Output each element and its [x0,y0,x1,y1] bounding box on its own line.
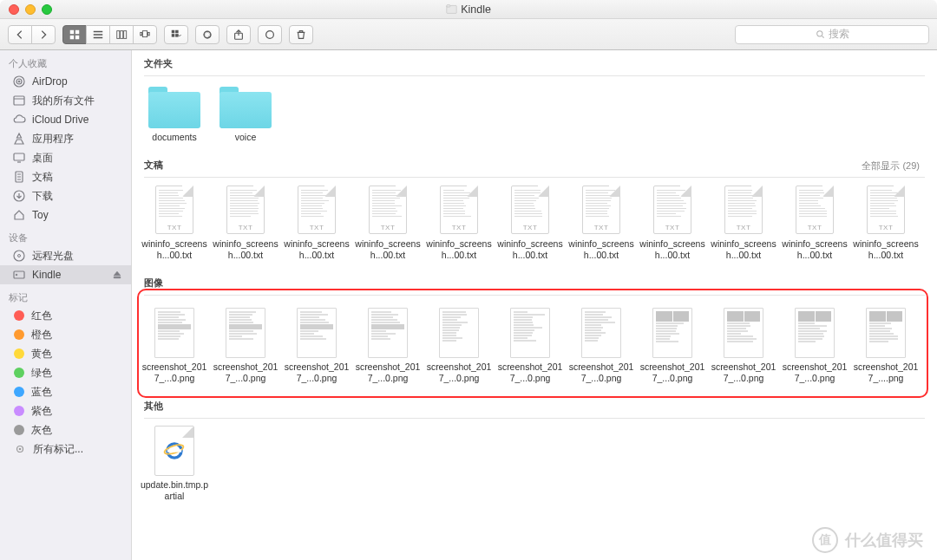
sidebar-tag[interactable]: 灰色 [0,420,131,440]
apps-icon [12,132,26,146]
file-item[interactable]: screenshot_2017_...0.png [139,308,210,384]
forward-button[interactable] [31,25,56,44]
file-label: screenshot_2017_...0.png [638,361,707,384]
file-item[interactable]: TXTwininfo_screensh...00.txt [281,185,352,261]
file-item[interactable]: TXTwininfo_screensh...00.txt [637,185,708,261]
folder-item[interactable]: voice [210,83,281,143]
sidebar-item-fav[interactable]: 桌面 [0,148,131,167]
file-label: wininfo_screensh...00.txt [567,238,636,261]
sidebar-item-fav[interactable]: 下载 [0,186,131,205]
file-item[interactable]: TXTwininfo_screensh...00.txt [850,185,921,261]
file-item[interactable]: TXTwininfo_screensh...00.txt [708,185,779,261]
svg-point-32 [19,448,22,451]
txt-file-icon: TXT [724,185,763,235]
svg-rect-15 [175,34,179,37]
folder-icon [217,87,274,128]
file-label: screenshot_2017_...0.png [211,361,280,384]
txt-file-icon: TXT [652,185,692,235]
file-item[interactable]: TXTwininfo_screensh...00.txt [210,185,281,261]
sidebar-tag[interactable]: 橙色 [0,325,131,344]
svg-rect-8 [124,30,127,38]
file-item[interactable]: screenshot_2017_...0.png [495,308,566,384]
file-label: wininfo_screensh...00.txt [638,238,707,261]
txt-file-icon: TXT [154,185,194,235]
file-label: wininfo_screensh...00.txt [353,238,423,261]
svg-rect-7 [121,30,123,38]
gallery-view-button[interactable] [133,25,157,44]
file-label: screenshot_2017_....png [851,361,921,384]
png-file-icon [226,308,265,358]
file-item[interactable]: screenshot_2017_...0.png [637,308,708,384]
section-folders-title: 文件夹 [132,50,937,75]
sidebar-item-fav[interactable]: 文稿 [0,167,131,186]
file-item[interactable]: screenshot_2017_...0.png [708,308,779,384]
sidebar-tag[interactable]: 蓝色 [0,382,131,401]
sidebar-item-fav[interactable]: iCloud Drive [0,110,131,129]
content-area[interactable]: 文件夹 documentsvoice 文稿 全部显示 (29) TXTwinin… [132,50,937,560]
delete-button[interactable] [289,25,313,44]
sidebar-item-fav[interactable]: AirDrop [0,72,131,91]
sidebar-item-fav[interactable]: Toy [0,205,131,225]
file-item[interactable]: TXTwininfo_screensh...00.txt [779,185,850,261]
svg-rect-3 [75,29,79,33]
show-all-docs[interactable]: 全部显示 (29) [862,160,937,173]
sidebar-item-dev[interactable]: Kindle [0,265,131,284]
sidebar-item-fav[interactable]: 应用程序 [0,129,131,148]
file-label: screenshot_2017_...0.png [709,361,778,384]
svg-rect-9 [142,30,147,36]
sidebar-all-tags[interactable]: 所有标记... [0,440,131,459]
column-view-button[interactable] [109,25,134,44]
file-item[interactable]: update.bin.tmp.partial [139,426,210,502]
txt-file-icon: TXT [795,185,835,235]
png-file-icon [724,308,763,358]
file-item[interactable]: screenshot_2017_...0.png [352,308,423,384]
sidebar-item-dev[interactable]: 远程光盘 [0,246,131,265]
file-item[interactable]: screenshot_2017_...0.png [566,308,637,384]
png-file-icon [154,308,194,358]
tag-dot-icon [14,348,24,359]
file-item[interactable]: screenshot_2017_...0.png [423,308,495,384]
folder-item[interactable]: documents [139,83,210,143]
arrange-button[interactable] [164,25,188,44]
svg-rect-35 [167,449,181,452]
sidebar-tag[interactable]: 绿色 [0,363,131,382]
tags-button[interactable] [258,25,282,44]
section-other-title: 其他 [132,393,937,418]
file-item[interactable]: screenshot_2017_...0.png [281,308,352,384]
list-view-button[interactable] [86,25,110,44]
svg-rect-10 [141,32,142,36]
file-label: screenshot_2017_...0.png [495,361,565,384]
png-file-icon [297,308,337,358]
sidebar-item-fav[interactable]: 我的所有文件 [0,91,131,110]
file-item[interactable]: TXTwininfo_screensh...00.txt [352,185,423,261]
downloads-icon [12,189,26,203]
sidebar-tag[interactable]: 紫色 [0,401,131,420]
sidebar-tag[interactable]: 黄色 [0,344,131,363]
file-item[interactable]: TXTwininfo_screensh...00.txt [139,185,210,261]
file-item[interactable]: screenshot_2017_....png [850,308,921,384]
titlebar: Kindle [0,0,937,19]
nav-buttons [8,25,56,44]
file-item[interactable]: TXTwininfo_screensh...00.txt [566,185,637,261]
action-button[interactable] [195,25,220,44]
file-label: screenshot_2017_...0.png [780,361,849,384]
svg-rect-23 [14,96,24,105]
documents-icon [12,170,26,184]
back-button[interactable] [8,25,32,44]
share-button[interactable] [226,25,251,44]
file-item[interactable]: screenshot_2017_...0.png [210,308,281,384]
file-item[interactable]: screenshot_2017_...0.png [779,308,850,384]
icon-view-button[interactable] [62,25,87,44]
file-item[interactable]: TXTwininfo_screensh...00.txt [423,185,495,261]
sidebar-tag[interactable]: 红色 [0,306,131,325]
airdrop-icon [12,75,26,88]
tag-dot-icon [14,310,24,321]
eject-icon[interactable] [112,270,122,280]
partial-file-icon [154,426,194,476]
file-label: wininfo_screensh...00.txt [211,238,280,261]
file-label: screenshot_2017_...0.png [282,361,351,384]
search-input[interactable]: 搜索 [735,25,929,44]
file-item[interactable]: TXTwininfo_screensh...00.txt [495,185,566,261]
tag-dot-icon [14,406,24,416]
svg-point-30 [16,274,17,276]
